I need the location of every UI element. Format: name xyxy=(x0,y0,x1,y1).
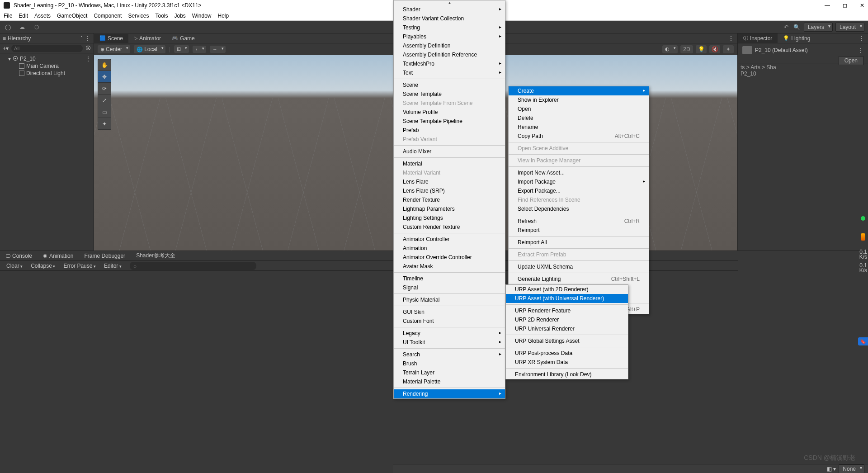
scale-tool[interactable]: ⤢ xyxy=(98,95,111,106)
menu-item[interactable]: Delete xyxy=(509,114,649,123)
menu-item[interactable]: Legacy xyxy=(394,329,505,338)
menu-item[interactable]: RefreshCtrl+R xyxy=(509,217,649,226)
rotate-tool[interactable]: ⟳ xyxy=(98,83,111,95)
menu-item[interactable]: Testing xyxy=(394,23,505,32)
menu-item[interactable]: Terrain Layer xyxy=(394,368,505,377)
footer-filter-dropdown[interactable]: None xyxy=(839,464,864,473)
menu-item[interactable]: URP Post-process Data xyxy=(506,349,628,358)
rect-tool[interactable]: ▭ xyxy=(98,106,111,118)
search-icon[interactable]: 🔍 xyxy=(793,23,801,31)
menu-tools[interactable]: Tools xyxy=(155,13,168,19)
tab-lighting[interactable]: 💡 Lighting xyxy=(778,34,816,43)
menu-item[interactable]: Animator Override Controller xyxy=(394,253,505,262)
menu-item[interactable]: TextMeshPro xyxy=(394,59,505,68)
close-button[interactable]: ✕ xyxy=(860,2,864,9)
breadcrumb[interactable]: P2_10 xyxy=(741,71,756,77)
shading-mode-dropdown[interactable]: ◐ xyxy=(662,45,678,53)
menu-item[interactable]: Volume Profile xyxy=(394,108,505,117)
2d-toggle[interactable]: 2D xyxy=(680,45,693,53)
search-clear-icon[interactable]: ⦿ xyxy=(85,45,91,52)
menu-item[interactable]: Animator Controller xyxy=(394,235,505,244)
maximize-button[interactable]: ◻ xyxy=(843,2,847,9)
menu-item[interactable]: Lens Flare (SRP) xyxy=(394,186,505,195)
scene-tabs-menu-icon[interactable]: ⋮ xyxy=(728,35,737,42)
menu-item[interactable]: Shader Variant Collection xyxy=(394,14,505,23)
create-dropdown-icon[interactable]: +▾ xyxy=(3,45,9,52)
pivot-mode-dropdown[interactable]: ⊕ Center xyxy=(98,45,130,53)
menu-item[interactable]: URP 2D Renderer xyxy=(506,315,628,324)
layers-dropdown[interactable]: Layers xyxy=(804,23,833,32)
menu-item[interactable]: URP Global Settings Asset xyxy=(506,336,628,345)
menu-item[interactable]: URP Universal Renderer xyxy=(506,324,628,333)
hierarchy-search-input[interactable] xyxy=(11,45,83,52)
menu-item[interactable]: Lighting Settings xyxy=(394,213,505,222)
menu-item[interactable]: Playables xyxy=(394,32,505,41)
menu-item[interactable]: Create xyxy=(509,86,649,95)
settings-icon[interactable]: ⬡ xyxy=(33,23,41,31)
tab-animator[interactable]: ▷ Animator xyxy=(128,34,166,43)
menu-item[interactable]: Scene Template xyxy=(394,90,505,99)
menu-item[interactable]: Lightmap Parameters xyxy=(394,204,505,213)
console-editor[interactable]: Editor xyxy=(100,262,125,270)
console-clear[interactable]: Clear xyxy=(3,262,26,270)
undo-history-icon[interactable]: ↶ xyxy=(782,23,790,31)
menu-item[interactable]: Avatar Mask xyxy=(394,262,505,271)
menu-component[interactable]: Component xyxy=(94,13,122,19)
menu-item[interactable]: Shader xyxy=(394,5,505,14)
minimize-button[interactable]: — xyxy=(825,2,830,9)
account-icon[interactable]: ◯ xyxy=(4,23,12,31)
hierarchy-item[interactable]: Directional Light xyxy=(0,70,94,77)
menu-item[interactable]: Material xyxy=(394,159,505,168)
menu-assets[interactable]: Assets xyxy=(34,13,51,19)
menu-help[interactable]: Help xyxy=(218,13,229,19)
menu-item[interactable]: Select Dependencies xyxy=(509,204,649,213)
menu-item[interactable]: Material Palette xyxy=(394,377,505,386)
menu-item[interactable]: Rendering xyxy=(394,389,505,398)
menu-window[interactable]: Window xyxy=(192,13,212,19)
grid-snap-dropdown[interactable]: ⊞ xyxy=(174,45,189,53)
menu-item[interactable]: Audio Mixer xyxy=(394,147,505,156)
transform-tool[interactable]: ✦ xyxy=(98,118,111,130)
menu-item[interactable]: Export Package... xyxy=(509,186,649,195)
menu-item[interactable]: Open xyxy=(509,104,649,114)
menu-item[interactable]: URP Asset (with Universal Renderer) xyxy=(506,294,628,303)
menu-services[interactable]: Services xyxy=(128,13,149,19)
menu-item[interactable]: Rename xyxy=(509,123,649,132)
move-tool[interactable]: ✥ xyxy=(98,71,111,83)
menu-item[interactable]: Animation xyxy=(394,244,505,253)
snap-increment-dropdown[interactable]: ⫞ xyxy=(193,46,206,53)
menu-file[interactable]: File xyxy=(4,13,12,19)
tab-inspector[interactable]: ⓘ Inspector xyxy=(738,33,778,43)
hierarchy-menu-icon[interactable]: ⠁⋮ xyxy=(80,35,91,42)
menu-item[interactable]: Scene Template Pipeline xyxy=(394,117,505,126)
menu-item[interactable]: Reimport All xyxy=(509,238,649,247)
snap-settings-dropdown[interactable]: ↔ xyxy=(210,46,226,53)
menu-item[interactable]: Brush xyxy=(394,359,505,368)
menu-item[interactable]: URP XR System Data xyxy=(506,358,628,367)
menu-item[interactable]: Text xyxy=(394,68,505,77)
console-search-input[interactable] xyxy=(130,262,256,270)
hand-tool[interactable]: ✋ xyxy=(98,59,111,71)
tab-animation[interactable]: ◉ Animation xyxy=(38,251,79,260)
menu-item[interactable]: Assembly Definition Reference xyxy=(394,50,505,59)
menu-item[interactable]: Copy PathAlt+Ctrl+C xyxy=(509,132,649,141)
tab-console[interactable]: 🖵 Console xyxy=(0,251,38,260)
menu-item[interactable]: Reimport xyxy=(509,226,649,235)
menu-item[interactable]: GUI Skin xyxy=(394,307,505,317)
tab-frame-debugger[interactable]: Frame Debugger xyxy=(79,251,131,260)
menu-item[interactable]: UI Toolkit xyxy=(394,338,505,347)
audio-toggle-icon[interactable]: 🔇 xyxy=(709,45,720,53)
tab-game[interactable]: 🎮 Game xyxy=(166,34,200,43)
cloud-icon[interactable]: ☁ xyxy=(18,23,26,31)
menu-gameobject[interactable]: GameObject xyxy=(57,13,87,19)
menu-item[interactable]: URP Renderer Feature xyxy=(506,306,628,315)
menu-item[interactable]: Environment Library (Look Dev) xyxy=(506,370,628,379)
layout-dropdown[interactable]: Layout xyxy=(835,23,864,32)
console-error-pause[interactable]: Error Pause xyxy=(60,262,99,270)
console-collapse[interactable]: Collapse xyxy=(27,262,59,270)
tab-shader-ref[interactable]: Shader参考大全 xyxy=(131,251,181,261)
footer-menu-icon[interactable]: ◧ ▾ xyxy=(827,466,836,472)
space-mode-dropdown[interactable]: 🌐 Local xyxy=(134,45,165,53)
menu-item[interactable]: Generate LightingCtrl+Shift+L xyxy=(509,274,649,284)
menu-edit[interactable]: Edit xyxy=(19,13,28,19)
